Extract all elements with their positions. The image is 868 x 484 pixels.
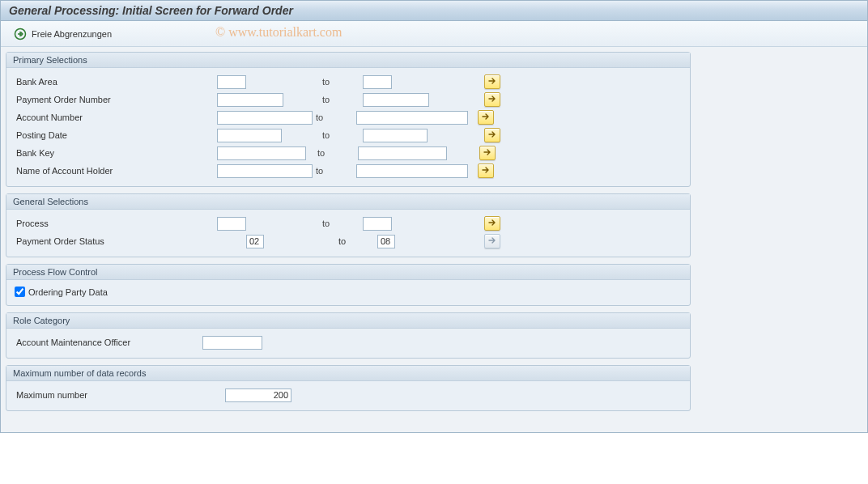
row-name-holder: Name of Account Holder to (15, 162, 682, 180)
ordering-party-label: Ordering Party Data (28, 287, 108, 297)
arrow-right-icon (488, 219, 496, 228)
posting-date-multi-select-button[interactable] (484, 128, 500, 142)
row-bank-area: Bank Area to (15, 73, 682, 91)
group-process-flow-control: Process Flow Control Ordering Party Data (6, 264, 691, 306)
app-window: General Processing: Initial Screen for F… (0, 0, 868, 433)
account-officer-input[interactable] (202, 336, 262, 350)
label-po-status: Payment Order Status (15, 236, 217, 246)
account-number-multi-select-button[interactable] (478, 110, 494, 125)
to-label: to (314, 130, 363, 140)
toolbar: Freie Abgrenzungen © www.tutorialkart.co… (1, 21, 867, 47)
row-po-status: Payment Order Status to (15, 232, 682, 250)
to-label: to (314, 113, 356, 122)
label-process: Process (15, 219, 217, 228)
group-title-flow: Process Flow Control (6, 265, 690, 280)
free-delimitations-button[interactable]: Freie Abgrenzungen (9, 26, 117, 42)
bank-area-multi-select-button[interactable] (484, 74, 500, 89)
po-status-to-input[interactable] (377, 235, 395, 248)
name-holder-from-input[interactable] (217, 164, 313, 178)
arrow-right-icon (482, 166, 490, 176)
name-holder-to-input[interactable] (356, 164, 468, 178)
label-name-holder: Name of Account Holder (15, 166, 217, 176)
to-label: to (338, 236, 363, 246)
group-maximum-number: Maximum number of data records Maximum n… (6, 365, 691, 411)
process-multi-select-button[interactable] (484, 216, 500, 231)
arrow-right-icon (482, 113, 490, 122)
bank-area-from-input[interactable] (217, 75, 246, 89)
arrow-right-icon (488, 130, 496, 140)
posting-date-from-input[interactable] (217, 129, 282, 142)
group-general-selections: General Selections Process to Payment Or… (6, 193, 691, 257)
execute-icon (14, 28, 27, 40)
arrow-right-icon (488, 77, 496, 87)
maximum-number-input[interactable] (225, 388, 291, 402)
label-account-officer: Account Maintenance Officer (15, 338, 202, 347)
account-number-from-input[interactable] (217, 111, 313, 125)
row-bank-key: Bank Key to (15, 144, 682, 162)
group-role-category: Role Category Account Maintenance Office… (6, 312, 691, 359)
bank-key-from-input[interactable] (217, 146, 306, 160)
content-area: Primary Selections Bank Area to Payment … (1, 47, 867, 432)
label-maximum-number: Maximum number (15, 390, 225, 400)
to-label: to (314, 148, 358, 158)
payment-order-number-to-input[interactable] (363, 93, 429, 107)
process-to-input[interactable] (363, 217, 392, 231)
label-bank-key: Bank Key (15, 148, 217, 158)
row-posting-date: Posting Date to (15, 126, 682, 144)
group-title-primary: Primary Selections (6, 53, 690, 68)
row-payment-order-number: Payment Order Number to (15, 91, 682, 108)
row-process: Process to (15, 214, 682, 232)
bank-area-to-input[interactable] (363, 75, 392, 89)
row-ordering-party: Ordering Party Data (15, 285, 682, 299)
arrow-right-icon (483, 148, 491, 158)
arrow-right-icon (488, 236, 496, 246)
watermark-text: © www.tutorialkart.com (215, 25, 342, 40)
ordering-party-checkbox[interactable] (15, 287, 25, 297)
payment-order-number-multi-select-button[interactable] (484, 92, 500, 107)
group-primary-selections: Primary Selections Bank Area to Payment … (6, 52, 691, 187)
page-title: General Processing: Initial Screen for F… (1, 1, 867, 21)
row-account-officer: Account Maintenance Officer (15, 333, 682, 351)
label-account-number: Account Number (15, 113, 217, 122)
to-label: to (314, 95, 363, 104)
to-label: to (314, 219, 363, 228)
label-posting-date: Posting Date (15, 130, 217, 140)
arrow-right-icon (488, 95, 496, 104)
label-payment-order-number: Payment Order Number (15, 95, 217, 104)
group-title-role: Role Category (6, 313, 690, 329)
group-title-max: Maximum number of data records (6, 366, 690, 381)
po-status-multi-select-button[interactable] (484, 234, 500, 248)
po-status-from-input[interactable] (246, 235, 264, 248)
bank-key-multi-select-button[interactable] (479, 146, 496, 160)
row-account-number: Account Number to (15, 108, 682, 126)
row-maximum-number: Maximum number (15, 386, 682, 404)
process-from-input[interactable] (217, 217, 246, 231)
account-number-to-input[interactable] (356, 111, 468, 125)
payment-order-number-from-input[interactable] (217, 93, 283, 107)
to-label: to (314, 77, 363, 87)
group-title-general: General Selections (6, 194, 690, 210)
free-delimitations-label: Freie Abgrenzungen (32, 29, 112, 39)
posting-date-to-input[interactable] (363, 129, 428, 142)
name-holder-multi-select-button[interactable] (478, 163, 494, 178)
label-bank-area: Bank Area (15, 77, 217, 87)
bank-key-to-input[interactable] (358, 146, 447, 160)
to-label: to (314, 166, 356, 176)
